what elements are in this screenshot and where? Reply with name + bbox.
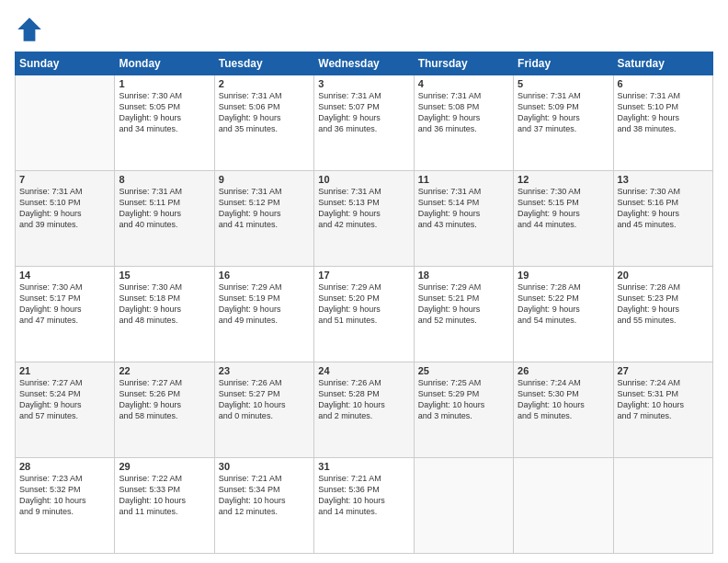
day-info: Sunrise: 7:29 AM Sunset: 5:21 PM Dayligh…	[418, 282, 509, 327]
calendar-cell: 5Sunrise: 7:31 AM Sunset: 5:09 PM Daylig…	[514, 75, 613, 171]
calendar-cell: 6Sunrise: 7:31 AM Sunset: 5:10 PM Daylig…	[613, 75, 712, 171]
calendar-week-row: 14Sunrise: 7:30 AM Sunset: 5:17 PM Dayli…	[16, 267, 713, 362]
calendar-cell: 16Sunrise: 7:29 AM Sunset: 5:19 PM Dayli…	[214, 267, 313, 362]
col-header-thursday: Thursday	[414, 52, 513, 75]
day-info: Sunrise: 7:23 AM Sunset: 5:32 PM Dayligh…	[19, 473, 110, 518]
day-info: Sunrise: 7:30 AM Sunset: 5:18 PM Dayligh…	[119, 282, 210, 327]
calendar-cell: 13Sunrise: 7:30 AM Sunset: 5:16 PM Dayli…	[613, 171, 712, 267]
calendar-cell: 12Sunrise: 7:30 AM Sunset: 5:15 PM Dayli…	[514, 171, 613, 267]
day-info: Sunrise: 7:31 AM Sunset: 5:10 PM Dayligh…	[19, 186, 110, 231]
day-number: 5	[518, 78, 609, 89]
day-info: Sunrise: 7:30 AM Sunset: 5:16 PM Dayligh…	[618, 186, 709, 231]
day-number: 25	[418, 365, 509, 376]
calendar-cell: 30Sunrise: 7:21 AM Sunset: 5:34 PM Dayli…	[214, 458, 313, 554]
col-header-friday: Friday	[514, 52, 613, 75]
calendar-cell: 28Sunrise: 7:23 AM Sunset: 5:32 PM Dayli…	[16, 458, 115, 554]
calendar-cell: 19Sunrise: 7:28 AM Sunset: 5:22 PM Dayli…	[514, 267, 613, 362]
day-info: Sunrise: 7:26 AM Sunset: 5:27 PM Dayligh…	[219, 377, 310, 422]
day-info: Sunrise: 7:22 AM Sunset: 5:33 PM Dayligh…	[119, 473, 210, 518]
calendar-week-row: 28Sunrise: 7:23 AM Sunset: 5:32 PM Dayli…	[16, 458, 713, 554]
calendar-week-row: 21Sunrise: 7:27 AM Sunset: 5:24 PM Dayli…	[16, 362, 713, 458]
day-info: Sunrise: 7:31 AM Sunset: 5:08 PM Dayligh…	[418, 90, 509, 135]
day-info: Sunrise: 7:30 AM Sunset: 5:17 PM Dayligh…	[19, 282, 110, 327]
day-info: Sunrise: 7:31 AM Sunset: 5:06 PM Dayligh…	[219, 90, 310, 135]
day-info: Sunrise: 7:26 AM Sunset: 5:28 PM Dayligh…	[318, 377, 409, 422]
day-info: Sunrise: 7:21 AM Sunset: 5:36 PM Dayligh…	[318, 473, 409, 518]
calendar-cell: 21Sunrise: 7:27 AM Sunset: 5:24 PM Dayli…	[16, 362, 115, 458]
page-header	[15, 15, 713, 44]
calendar-table: SundayMondayTuesdayWednesdayThursdayFrid…	[15, 52, 713, 554]
day-number: 16	[219, 270, 310, 281]
day-info: Sunrise: 7:31 AM Sunset: 5:14 PM Dayligh…	[418, 186, 509, 231]
day-info: Sunrise: 7:30 AM Sunset: 5:15 PM Dayligh…	[518, 186, 609, 231]
day-info: Sunrise: 7:31 AM Sunset: 5:11 PM Dayligh…	[119, 186, 210, 231]
calendar-cell: 26Sunrise: 7:24 AM Sunset: 5:30 PM Dayli…	[514, 362, 613, 458]
day-number: 7	[19, 174, 110, 185]
day-info: Sunrise: 7:27 AM Sunset: 5:24 PM Dayligh…	[19, 377, 110, 422]
day-number: 24	[318, 365, 409, 376]
col-header-saturday: Saturday	[613, 52, 712, 75]
day-info: Sunrise: 7:30 AM Sunset: 5:05 PM Dayligh…	[119, 90, 210, 135]
calendar-cell: 3Sunrise: 7:31 AM Sunset: 5:07 PM Daylig…	[314, 75, 414, 171]
day-number: 23	[219, 365, 310, 376]
calendar-cell: 20Sunrise: 7:28 AM Sunset: 5:23 PM Dayli…	[613, 267, 712, 362]
calendar-cell: 23Sunrise: 7:26 AM Sunset: 5:27 PM Dayli…	[214, 362, 313, 458]
col-header-tuesday: Tuesday	[214, 52, 313, 75]
day-info: Sunrise: 7:24 AM Sunset: 5:31 PM Dayligh…	[618, 377, 709, 422]
calendar-cell: 8Sunrise: 7:31 AM Sunset: 5:11 PM Daylig…	[115, 171, 214, 267]
col-header-sunday: Sunday	[16, 52, 115, 75]
day-number: 8	[119, 174, 210, 185]
calendar-cell: 18Sunrise: 7:29 AM Sunset: 5:21 PM Dayli…	[414, 267, 513, 362]
day-number: 1	[119, 78, 210, 89]
calendar-cell: 11Sunrise: 7:31 AM Sunset: 5:14 PM Dayli…	[414, 171, 513, 267]
day-number: 10	[318, 174, 409, 185]
day-number: 2	[219, 78, 310, 89]
day-number: 9	[219, 174, 310, 185]
day-info: Sunrise: 7:25 AM Sunset: 5:29 PM Dayligh…	[418, 377, 509, 422]
calendar-cell: 27Sunrise: 7:24 AM Sunset: 5:31 PM Dayli…	[613, 362, 712, 458]
day-number: 14	[19, 270, 110, 281]
day-info: Sunrise: 7:31 AM Sunset: 5:09 PM Dayligh…	[518, 90, 609, 135]
calendar-cell: 7Sunrise: 7:31 AM Sunset: 5:10 PM Daylig…	[16, 171, 115, 267]
calendar-cell: 2Sunrise: 7:31 AM Sunset: 5:06 PM Daylig…	[214, 75, 313, 171]
calendar-cell	[613, 458, 712, 554]
calendar-cell: 1Sunrise: 7:30 AM Sunset: 5:05 PM Daylig…	[115, 75, 214, 171]
calendar-cell: 15Sunrise: 7:30 AM Sunset: 5:18 PM Dayli…	[115, 267, 214, 362]
day-info: Sunrise: 7:24 AM Sunset: 5:30 PM Dayligh…	[518, 377, 609, 422]
day-number: 20	[618, 270, 709, 281]
day-info: Sunrise: 7:31 AM Sunset: 5:07 PM Dayligh…	[318, 90, 409, 135]
day-info: Sunrise: 7:28 AM Sunset: 5:23 PM Dayligh…	[618, 282, 709, 327]
day-info: Sunrise: 7:29 AM Sunset: 5:19 PM Dayligh…	[219, 282, 310, 327]
day-info: Sunrise: 7:29 AM Sunset: 5:20 PM Dayligh…	[318, 282, 409, 327]
day-number: 3	[318, 78, 409, 89]
calendar-cell	[414, 458, 513, 554]
day-info: Sunrise: 7:31 AM Sunset: 5:13 PM Dayligh…	[318, 186, 409, 231]
day-number: 15	[119, 270, 210, 281]
day-number: 28	[19, 461, 110, 472]
calendar-cell	[16, 75, 115, 171]
calendar-cell: 24Sunrise: 7:26 AM Sunset: 5:28 PM Dayli…	[314, 362, 414, 458]
day-number: 13	[618, 174, 709, 185]
calendar-cell: 4Sunrise: 7:31 AM Sunset: 5:08 PM Daylig…	[414, 75, 513, 171]
day-number: 30	[219, 461, 310, 472]
day-number: 4	[418, 78, 509, 89]
calendar-cell: 10Sunrise: 7:31 AM Sunset: 5:13 PM Dayli…	[314, 171, 414, 267]
logo	[15, 15, 48, 44]
day-number: 21	[19, 365, 110, 376]
calendar-cell: 31Sunrise: 7:21 AM Sunset: 5:36 PM Dayli…	[314, 458, 414, 554]
calendar-week-row: 1Sunrise: 7:30 AM Sunset: 5:05 PM Daylig…	[16, 75, 713, 171]
calendar-cell: 9Sunrise: 7:31 AM Sunset: 5:12 PM Daylig…	[214, 171, 313, 267]
day-number: 18	[418, 270, 509, 281]
day-info: Sunrise: 7:31 AM Sunset: 5:10 PM Dayligh…	[618, 90, 709, 135]
day-info: Sunrise: 7:28 AM Sunset: 5:22 PM Dayligh…	[518, 282, 609, 327]
calendar-cell: 22Sunrise: 7:27 AM Sunset: 5:26 PM Dayli…	[115, 362, 214, 458]
day-number: 26	[518, 365, 609, 376]
col-header-monday: Monday	[115, 52, 214, 75]
day-number: 27	[618, 365, 709, 376]
col-header-wednesday: Wednesday	[314, 52, 414, 75]
day-number: 17	[318, 270, 409, 281]
day-number: 31	[318, 461, 409, 472]
logo-icon	[15, 15, 44, 44]
svg-marker-0	[17, 17, 41, 41]
day-info: Sunrise: 7:21 AM Sunset: 5:34 PM Dayligh…	[219, 473, 310, 518]
